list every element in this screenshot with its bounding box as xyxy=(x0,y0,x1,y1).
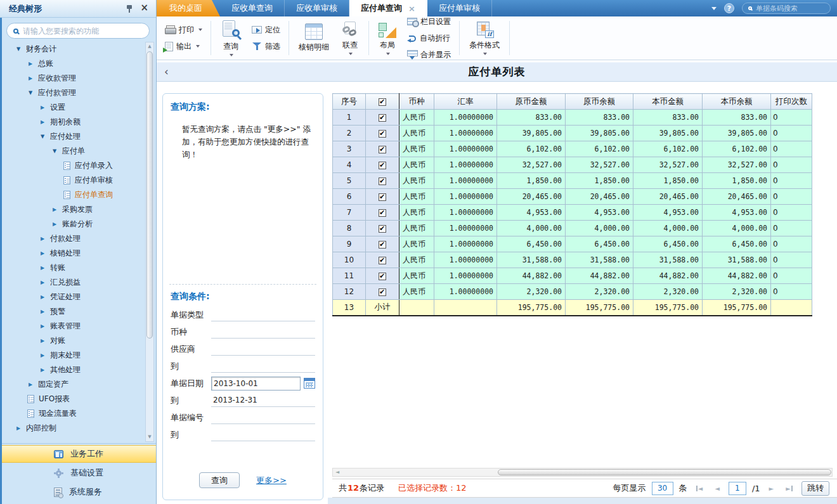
more-link[interactable]: 更多>> xyxy=(256,475,287,486)
filter-button[interactable]: 筛选 xyxy=(249,40,283,53)
print-button[interactable]: 打印 xyxy=(162,23,205,37)
column-header-checkbox[interactable] xyxy=(366,94,399,110)
column-header-本币金额[interactable]: 本币金额 xyxy=(633,94,703,110)
auto-wrap-button[interactable]: 自动折行 xyxy=(404,32,454,45)
query-input-单据日期[interactable]: 2013-10-01 xyxy=(211,377,301,391)
column-header-汇率[interactable]: 汇率 xyxy=(434,94,497,110)
row-checkbox[interactable] xyxy=(379,288,386,296)
checkbox-cell[interactable] xyxy=(366,110,399,126)
row-checkbox[interactable] xyxy=(379,130,386,138)
checkbox-cell[interactable] xyxy=(366,126,399,141)
checkbox-cell[interactable] xyxy=(366,268,399,284)
tab-应收单查询[interactable]: 应收单查询 xyxy=(220,0,285,16)
checkbox-cell[interactable] xyxy=(366,173,399,189)
chevron-down-icon[interactable] xyxy=(711,7,717,10)
table-row[interactable]: 9人民币1.000000006,450.006,450.006,450.006,… xyxy=(333,236,812,252)
column-header-序号[interactable]: 序号 xyxy=(333,94,366,110)
barcode-search-input[interactable] xyxy=(756,4,824,13)
per-page-input[interactable]: 30 xyxy=(652,482,673,495)
tree-item-应付单审核[interactable]: 应付单审核 xyxy=(4,173,143,188)
collapse-left-icon[interactable]: ‹ xyxy=(164,65,169,78)
jump-button[interactable]: 跳转 xyxy=(801,481,829,496)
tree-item-应付单查询[interactable]: 应付单查询 xyxy=(4,188,143,202)
row-checkbox[interactable] xyxy=(379,114,386,122)
tab-应收单审核[interactable]: 应收单审核 xyxy=(285,0,349,16)
prev-page-button[interactable]: ◄ xyxy=(711,485,723,492)
tree-item-其他处理[interactable]: ▶其他处理 xyxy=(4,363,143,377)
column-header-原币金额[interactable]: 原币金额 xyxy=(497,94,566,110)
close-icon[interactable]: × xyxy=(140,3,148,13)
query-input-单据编号[interactable] xyxy=(211,411,315,424)
tree-item-采购发票[interactable]: ▶采购发票 xyxy=(4,202,143,217)
tree-item-账龄分析[interactable]: ▶账龄分析 xyxy=(4,217,143,231)
tree-item-UFO报表[interactable]: UFO报表 xyxy=(4,392,143,406)
row-checkbox[interactable] xyxy=(379,178,386,185)
table-row[interactable]: 7人民币1.000000004,953.004,953.004,953.004,… xyxy=(333,205,812,221)
tree-item-汇兑损益[interactable]: ▶汇兑损益 xyxy=(4,275,143,290)
sidebar-search[interactable] xyxy=(6,23,150,39)
scroll-left-icon[interactable]: ◄ xyxy=(333,468,342,476)
row-checkbox[interactable] xyxy=(379,162,386,169)
column-header-原币余额[interactable]: 原币余额 xyxy=(566,94,633,110)
checkbox-cell[interactable] xyxy=(366,236,399,252)
tree-item-总账[interactable]: ▶总账 xyxy=(4,56,143,71)
row-checkbox[interactable] xyxy=(379,241,386,249)
conditional-format-button[interactable]: 条件格式 xyxy=(465,18,504,58)
barcode-search[interactable] xyxy=(742,3,831,14)
tab-应付单审核[interactable]: 应付单审核 xyxy=(427,0,492,16)
horizontal-scrollbar[interactable]: ◄ xyxy=(332,468,833,477)
row-checkbox[interactable] xyxy=(379,273,386,280)
tree-item-预警[interactable]: ▶预警 xyxy=(4,304,143,319)
merge-display-button[interactable]: 合并显示 xyxy=(404,48,454,61)
table-row[interactable]: 8人民币1.000000004,000.004,000.004,000.004,… xyxy=(333,221,812,236)
tree-item-付款处理[interactable]: ▶付款处理 xyxy=(4,231,143,246)
tree-item-转账[interactable]: ▶转账 xyxy=(4,261,143,275)
pin-icon[interactable] xyxy=(126,4,133,13)
scrollbar-thumb[interactable] xyxy=(146,51,153,339)
page-input[interactable]: 1 xyxy=(729,482,746,495)
tree-item-期初余额[interactable]: ▶期初余额 xyxy=(4,115,143,129)
locate-button[interactable]: 定位 xyxy=(249,23,283,37)
column-header-币种[interactable]: 币种 xyxy=(399,94,434,110)
tree-item-核销处理[interactable]: ▶核销处理 xyxy=(4,246,143,261)
tree-item-应付单录入[interactable]: 应付单录入 xyxy=(4,158,143,173)
table-row[interactable]: 12人民币1.000000002,320.002,320.002,320.002… xyxy=(333,284,812,300)
checkbox-cell[interactable] xyxy=(366,189,399,205)
first-page-button[interactable]: ◄ xyxy=(693,485,706,492)
query-button-toolbar[interactable]: 查询 xyxy=(216,18,245,58)
scroll-down-icon[interactable]: ▼ xyxy=(146,433,153,441)
row-checkbox[interactable] xyxy=(379,225,386,233)
tree-item-凭证处理[interactable]: ▶凭证处理 xyxy=(4,290,143,304)
query-input-币种[interactable] xyxy=(211,325,315,339)
table-row[interactable]: 1人民币1.00000000833.00833.00833.00833.000 xyxy=(333,110,812,126)
query-input-到[interactable] xyxy=(211,359,315,373)
checkbox-cell[interactable] xyxy=(366,252,399,268)
last-page-button[interactable]: ► xyxy=(782,485,796,492)
tree-item-应付处理[interactable]: ▶应付处理 xyxy=(4,129,143,144)
query-input-供应商[interactable] xyxy=(211,342,315,356)
query-button[interactable]: 查询 xyxy=(199,472,240,488)
checkbox-cell[interactable] xyxy=(366,205,399,221)
row-checkbox[interactable] xyxy=(379,209,386,217)
sidebar-item-business-work[interactable]: 业务工作 xyxy=(2,445,156,463)
tree-item-期末处理[interactable]: ▶期末处理 xyxy=(4,348,143,363)
sidebar-item-system-services[interactable]: 系统服务 xyxy=(2,483,156,501)
scrollbar-thumb[interactable] xyxy=(498,469,831,475)
table-row[interactable]: 2人民币1.0000000039,805.0039,805.0039,805.0… xyxy=(333,126,812,141)
verify-detail-button[interactable]: 核销明细 xyxy=(294,18,334,58)
tree-item-现金流量表[interactable]: 现金流量表 xyxy=(4,406,143,421)
sidebar-scrollbar[interactable]: ▲ ▼ xyxy=(145,42,154,442)
row-checkbox[interactable] xyxy=(379,193,386,201)
checkbox-cell[interactable] xyxy=(366,157,399,173)
table-row[interactable]: 3人民币1.000000006,102.006,102.006,102.006,… xyxy=(333,141,812,157)
checkbox-cell[interactable] xyxy=(366,284,399,300)
tree-item-内部控制[interactable]: ▶内部控制 xyxy=(4,421,143,436)
layout-button[interactable]: 布局 xyxy=(374,18,401,58)
tab-应付单查询[interactable]: 应付单查询× xyxy=(349,0,427,16)
table-row[interactable]: 11人民币1.0000000044,882.0044,882.0044,882.… xyxy=(333,268,812,284)
tree-item-财务会计[interactable]: ▶财务会计 xyxy=(4,42,143,56)
export-button[interactable]: 输出 xyxy=(162,40,205,53)
row-checkbox[interactable] xyxy=(379,257,386,264)
tree-item-固定资产[interactable]: ▶固定资产 xyxy=(4,377,143,392)
help-icon[interactable]: ? xyxy=(724,3,734,13)
